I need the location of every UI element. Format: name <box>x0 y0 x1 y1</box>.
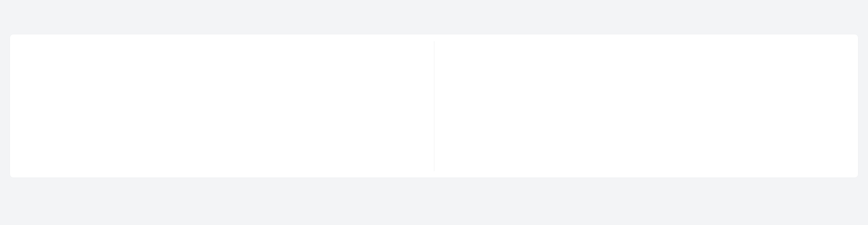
errors-chart <box>443 43 849 171</box>
charts-panel <box>10 34 858 177</box>
filter-tabs <box>10 12 858 23</box>
crashes-chart <box>19 43 425 171</box>
crashes-card <box>19 41 425 171</box>
errors-card <box>443 41 849 171</box>
card-divider <box>434 41 434 171</box>
